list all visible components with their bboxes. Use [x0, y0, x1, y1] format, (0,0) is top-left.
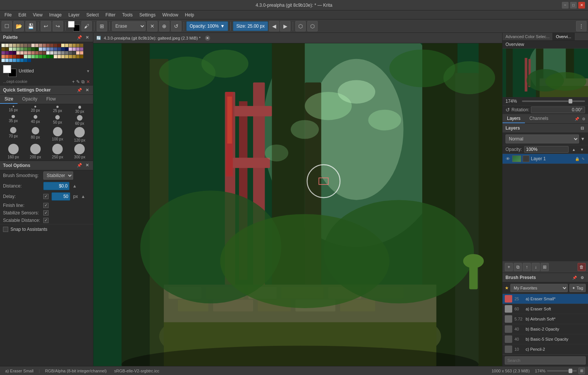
color-swatch[interactable]	[80, 51, 83, 55]
menu-tools[interactable]: Tools	[119, 12, 136, 18]
brush-preset-item[interactable]: 40b) Basic-2 Opacity	[503, 324, 588, 334]
color-swatch[interactable]	[16, 47, 20, 51]
color-swatch[interactable]	[28, 55, 31, 58]
menu-select[interactable]: Select	[83, 12, 102, 18]
color-swatch[interactable]	[61, 55, 65, 58]
color-swatch[interactable]	[72, 47, 76, 51]
color-swatch[interactable]	[57, 47, 61, 51]
layers-mode-select[interactable]: Normal	[505, 134, 579, 143]
color-swatch[interactable]	[9, 44, 12, 47]
palette-edit-btn[interactable]: ✎	[76, 79, 80, 84]
move-layer-down-button[interactable]: ↓	[532, 263, 540, 271]
presets-dropdown[interactable]: My Favorites	[510, 284, 568, 292]
menu-image[interactable]: Image	[46, 12, 65, 18]
delete-layer-button[interactable]: 🗑	[578, 263, 586, 271]
color-swatch[interactable]	[13, 47, 16, 51]
color-swatch[interactable]	[76, 44, 80, 47]
color-swatch[interactable]	[5, 44, 9, 47]
color-swatch[interactable]	[50, 44, 53, 47]
menu-filter[interactable]: Filter	[103, 12, 119, 18]
color-swatch[interactable]	[1, 59, 5, 62]
color-swatch[interactable]	[5, 51, 9, 55]
color-swatch[interactable]	[1, 51, 5, 55]
quick-settings-pin-icon[interactable]: 📌	[77, 87, 83, 93]
flatten-layer-button[interactable]: ⊞	[541, 263, 549, 271]
canvas-close-tab-button[interactable]: ✕	[205, 35, 210, 41]
tag-button[interactable]: ✦ Tag	[569, 284, 586, 292]
color-swatch[interactable]	[65, 47, 68, 51]
brush-size-item[interactable]: 30 px	[69, 106, 90, 114]
center-button[interactable]: ⊕	[159, 21, 169, 31]
menu-settings[interactable]: Settings	[136, 12, 158, 18]
brush-size-item[interactable]: 40 px	[25, 115, 46, 125]
copy-layer-button[interactable]: ⧉	[514, 263, 522, 271]
open-document-button[interactable]: 📂	[13, 21, 24, 31]
palette-copy-btn[interactable]: ⧉	[81, 79, 85, 84]
color-swatch[interactable]	[65, 51, 68, 55]
clear-button[interactable]: ✕	[147, 21, 158, 31]
opacity-arrow-up[interactable]: ▲	[571, 146, 577, 152]
layers-filter-icon[interactable]: ⊟	[579, 125, 585, 131]
new-document-button[interactable]: ☐	[1, 21, 12, 31]
scalable-distance-checkbox[interactable]: ✓	[43, 218, 49, 223]
color-swatch[interactable]	[16, 51, 20, 55]
layer-lock-icon[interactable]: 🔒	[575, 156, 580, 161]
color-swatch[interactable]	[43, 51, 46, 55]
quick-settings-close-icon[interactable]: ✕	[84, 87, 90, 93]
color-swatch[interactable]	[24, 51, 27, 55]
palette-pin-icon[interactable]: 📌	[77, 34, 83, 40]
menu-view[interactable]: View	[30, 12, 46, 18]
brush-size-item[interactable]: 100 px	[47, 127, 68, 142]
color-swatch[interactable]	[16, 55, 20, 58]
maximize-button[interactable]: □	[570, 2, 577, 9]
color-swatch[interactable]	[80, 55, 83, 58]
size-decrease-button[interactable]: ◀	[269, 21, 279, 31]
tab-overview[interactable]: Overvi...	[553, 33, 575, 40]
menu-window[interactable]: Window	[159, 12, 181, 18]
color-swatch[interactable]	[13, 59, 16, 62]
color-swatch[interactable]	[16, 59, 20, 62]
color-swatch[interactable]	[46, 44, 50, 47]
palette-add-btn[interactable]: +	[72, 79, 75, 84]
brush-size-item[interactable]: 80 px	[25, 127, 46, 142]
quick-settings-header[interactable]: Quick Settings Docker 📌 ✕	[0, 86, 93, 95]
statusbar-fit-button[interactable]: ⊞	[578, 368, 585, 374]
color-swatch[interactable]	[69, 44, 72, 47]
color-swatch[interactable]	[9, 51, 12, 55]
color-swatch[interactable]	[80, 44, 83, 47]
color-swatch[interactable]	[20, 44, 24, 47]
minimize-button[interactable]: −	[562, 2, 569, 9]
brush-size-item[interactable]: 16 px	[3, 106, 24, 114]
refresh-button[interactable]: ↺	[171, 21, 181, 31]
layer-visibility-icon[interactable]: 👁	[505, 156, 511, 162]
statusbar-zoom-slider[interactable]	[547, 370, 577, 372]
color-swatch[interactable]	[50, 47, 53, 51]
canvas-area[interactable]	[93, 43, 502, 366]
color-swatch[interactable]	[43, 44, 46, 47]
color-swatch[interactable]	[54, 55, 57, 58]
stabilize-sensors-checkbox[interactable]: ✓	[43, 210, 49, 216]
size-increase-button[interactable]: ▶	[280, 21, 290, 31]
color-swatch[interactable]	[39, 47, 42, 51]
size-control[interactable]: Size: 25.00 px	[233, 21, 268, 31]
more-options-button[interactable]: ⋮	[576, 21, 587, 31]
color-swatch[interactable]	[43, 47, 46, 51]
tool-options-header[interactable]: Tool Options 📌 ✕	[0, 161, 93, 170]
color-swatch[interactable]	[43, 55, 46, 58]
color-swatch[interactable]	[61, 44, 65, 47]
color-swatch[interactable]	[24, 47, 27, 51]
brush-size-item[interactable]: 300 px	[69, 144, 90, 159]
menu-edit[interactable]: Edit	[15, 12, 29, 18]
delay-checkbox[interactable]: ✓	[43, 194, 49, 199]
color-swatch[interactable]	[24, 59, 27, 62]
color-swatch[interactable]	[28, 51, 31, 55]
color-swatch[interactable]	[69, 47, 72, 51]
color-swatch[interactable]	[16, 44, 20, 47]
color-swatch[interactable]	[5, 55, 9, 58]
tab-channels[interactable]: Channels	[525, 114, 553, 123]
brush-size-item[interactable]: 50 px	[47, 115, 68, 125]
color-swatch[interactable]	[35, 47, 38, 51]
color-swatch[interactable]	[28, 47, 31, 51]
brush-size-item[interactable]: 160 px	[3, 144, 24, 159]
color-swatch[interactable]	[80, 47, 83, 51]
